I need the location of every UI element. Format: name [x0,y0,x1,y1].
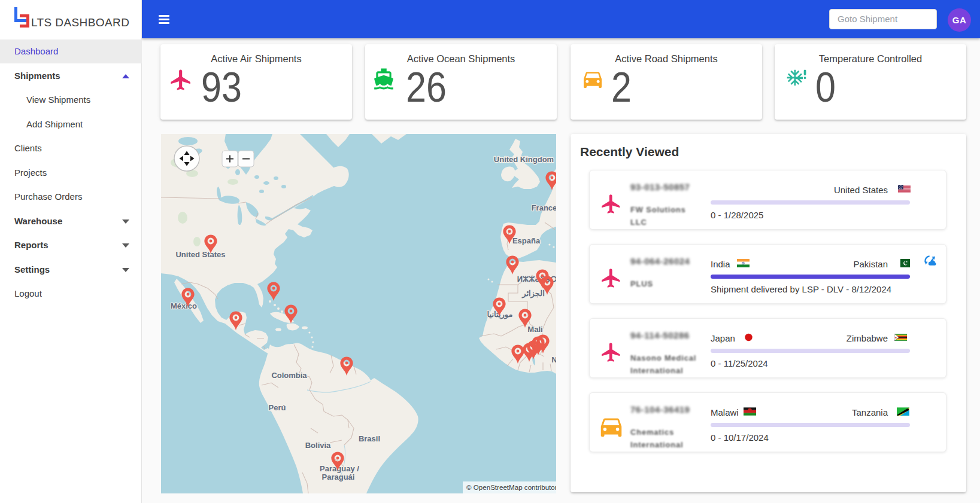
svg-text:France: France [532,203,556,212]
svg-text:Paraguái: Paraguái [322,472,355,481]
svg-text:Perú: Perú [269,403,286,412]
svg-text:Mali: Mali [527,325,542,334]
svg-text:N: N [551,355,556,364]
svg-text:España: España [512,236,541,245]
svg-text:© OpenStreetMap contributors: © OpenStreetMap contributors [466,483,556,491]
svg-text:Bolivia: Bolivia [305,441,331,450]
svg-text:México: México [171,301,197,310]
svg-text:Colombia: Colombia [271,371,307,380]
svg-text:الجزائر: الجزائر [521,289,545,298]
svg-text:United States: United States [175,250,225,259]
svg-text:Brasil: Brasil [359,434,380,443]
svg-text:United Kingdom: United Kingdom [494,155,554,164]
